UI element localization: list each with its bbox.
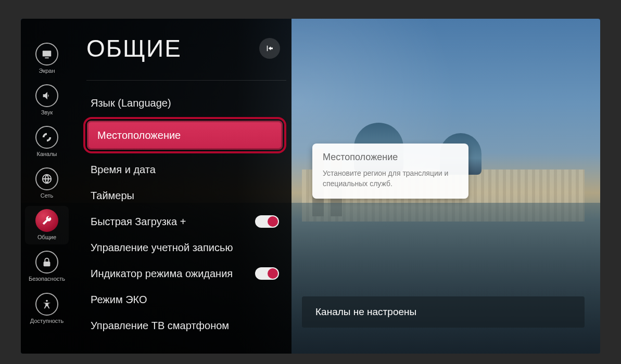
menu-item-location[interactable]: Местоположение	[87, 121, 283, 150]
menu-item-label: Индикатор режима ожидания	[91, 268, 233, 280]
sidebar-item-sound[interactable]: Звук	[25, 81, 69, 120]
tooltip-title: Местоположение	[323, 152, 458, 163]
sidebar-label: Каналы	[36, 151, 57, 157]
menu-item-label: Режим ЭКО	[91, 294, 147, 306]
sidebar-label: Общие	[37, 234, 56, 240]
wrench-icon	[35, 209, 58, 232]
menu-item-label: Язык (Language)	[91, 97, 171, 109]
lock-icon	[35, 251, 58, 274]
menu-item-label: Управление ТВ смартфоном	[91, 320, 229, 332]
back-icon	[265, 44, 274, 53]
channels-status-text: Каналы не настроены	[315, 306, 416, 318]
menu-item-quickstart[interactable]: Быстрая Загрузка +	[86, 209, 286, 235]
toggle-standby-led[interactable]	[255, 267, 279, 280]
settings-panel: Экран Звук Каналы Сеть Общие Безопасност…	[21, 19, 292, 354]
sidebar-label: Безопасность	[29, 276, 65, 282]
channels-status-bar[interactable]: Каналы не настроены	[302, 296, 585, 328]
menu-item-label: Управление учетной записью	[91, 242, 233, 254]
svg-rect-3	[44, 262, 50, 267]
globe-icon	[35, 167, 58, 190]
menu-item-language[interactable]: Язык (Language)	[86, 90, 286, 116]
settings-menu-list: Язык (Language) Местоположение Время и д…	[86, 90, 286, 339]
sidebar-label: Сеть	[41, 192, 53, 199]
back-button[interactable]	[259, 38, 280, 59]
menu-item-datetime[interactable]: Время и дата	[86, 157, 286, 183]
sidebar-item-safety[interactable]: Безопасность	[25, 248, 69, 286]
tooltip-card: Местоположение Установите регион для тра…	[312, 144, 468, 199]
tooltip-body: Установите регион для трансляции и специ…	[323, 168, 458, 189]
menu-item-phone-control[interactable]: Управление ТВ смартфоном	[86, 313, 286, 339]
menu-item-standby-led[interactable]: Индикатор режима ожидания	[86, 261, 286, 287]
sidebar-item-accessibility[interactable]: Доступность	[25, 290, 69, 328]
sidebar-item-network[interactable]: Сеть	[25, 164, 69, 203]
sidebar-label: Экран	[39, 68, 55, 74]
sidebar-item-channels[interactable]: Каналы	[25, 123, 69, 161]
sidebar-item-general[interactable]: Общие	[25, 206, 69, 244]
menu-item-label: Быстрая Загрузка +	[91, 216, 186, 228]
menu-item-account[interactable]: Управление учетной записью	[86, 235, 286, 261]
toggle-quickstart[interactable]	[255, 215, 279, 228]
settings-header: ОБЩИЕ	[86, 34, 286, 81]
svg-rect-0	[43, 51, 52, 57]
page-title: ОБЩИЕ	[86, 34, 182, 62]
sidebar-label: Звук	[41, 109, 53, 115]
sidebar-label: Доступность	[30, 318, 64, 324]
satellite-icon	[35, 126, 58, 149]
tv-icon	[35, 43, 58, 66]
selection-highlight: Местоположение	[83, 117, 286, 153]
menu-item-label: Местоположение	[97, 129, 181, 141]
settings-sidebar: Экран Звук Каналы Сеть Общие Безопасност…	[21, 19, 73, 354]
svg-point-4	[46, 300, 48, 302]
tv-screen: Экран Звук Каналы Сеть Общие Безопасност…	[21, 19, 600, 354]
svg-rect-1	[45, 57, 48, 58]
menu-item-timers[interactable]: Таймеры	[86, 183, 286, 209]
menu-item-eco[interactable]: Режим ЭКО	[86, 287, 286, 313]
accessibility-icon	[35, 293, 58, 316]
settings-content: ОБЩИЕ Язык (Language) Местоположение Вре…	[73, 19, 292, 354]
menu-item-label: Время и дата	[91, 164, 156, 176]
speaker-icon	[35, 84, 58, 107]
menu-item-label: Таймеры	[91, 190, 134, 202]
sidebar-item-screen[interactable]: Экран	[25, 40, 69, 78]
